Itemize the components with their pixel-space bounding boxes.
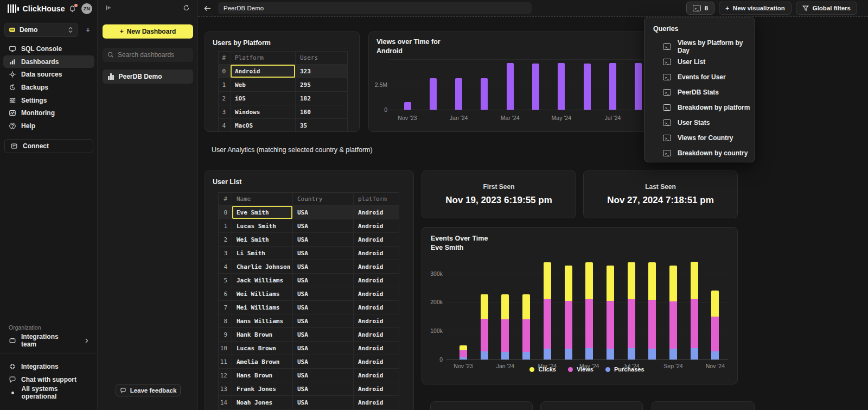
sidebar-item-settings[interactable]: Settings bbox=[3, 94, 94, 107]
table-cell[interactable]: USA bbox=[293, 328, 354, 341]
table-cell[interactable]: USA bbox=[293, 342, 354, 355]
sidebar-item-connect[interactable]: Connect bbox=[4, 139, 93, 153]
table-cell[interactable]: Android bbox=[354, 369, 399, 382]
table-cell[interactable]: Android bbox=[354, 260, 399, 273]
workspace-select[interactable]: Demo bbox=[4, 23, 78, 37]
clicks-bar-segment[interactable] bbox=[669, 266, 677, 301]
purchases-bar-segment[interactable] bbox=[607, 349, 614, 359]
query-item[interactable]: >_Views by Platform by Day bbox=[653, 39, 755, 54]
views-bar-segment[interactable] bbox=[607, 301, 614, 349]
purchases-bar-segment[interactable] bbox=[691, 348, 698, 359]
table-cell[interactable]: 11 bbox=[219, 355, 232, 368]
table-cell[interactable]: Noah Jones bbox=[232, 396, 293, 409]
table-cell[interactable]: 2 bbox=[219, 92, 231, 105]
table-row[interactable]: 2iOS182 bbox=[219, 92, 347, 105]
table-cell[interactable]: 160 bbox=[296, 105, 347, 118]
collapse-panel-icon[interactable] bbox=[105, 4, 112, 11]
table-row[interactable]: 0Eve SmithUSAAndroid bbox=[219, 206, 399, 219]
table-cell[interactable]: Android bbox=[354, 206, 399, 219]
search-dashboards-input[interactable]: Search dashboards bbox=[103, 48, 193, 62]
table-cell[interactable]: 2 bbox=[219, 233, 232, 246]
new-visualization-button[interactable]: + New visualization bbox=[719, 2, 792, 15]
table-cell[interactable]: Android bbox=[354, 314, 399, 327]
table-row[interactable]: 0Android323 bbox=[219, 65, 347, 78]
dashboard-list-item[interactable]: PeerDB Demo bbox=[103, 70, 193, 84]
sidebar-item-chat-support[interactable]: Chat with support bbox=[0, 373, 98, 386]
table-cell[interactable]: Hans Williams bbox=[232, 314, 293, 327]
views-bar-segment[interactable] bbox=[585, 299, 593, 348]
views-bar[interactable] bbox=[532, 64, 539, 110]
table-cell[interactable]: USA bbox=[293, 233, 354, 246]
query-item[interactable]: >_Breakdown by country bbox=[653, 146, 755, 161]
views-bar-segment[interactable] bbox=[459, 350, 467, 357]
sidebar-item-integrations[interactable]: Integrations bbox=[0, 360, 98, 373]
table-cell[interactable]: 10 bbox=[219, 342, 232, 355]
clicks-bar-segment[interactable] bbox=[544, 262, 551, 300]
views-bar[interactable] bbox=[635, 63, 642, 110]
views-bar-segment[interactable] bbox=[522, 319, 530, 352]
views-bar[interactable] bbox=[430, 78, 437, 110]
avatar[interactable]: ZN bbox=[81, 3, 92, 14]
table-cell[interactable]: 295 bbox=[296, 78, 347, 91]
table-row[interactable]: 13Frank JonesUSAAndroid bbox=[219, 382, 399, 396]
table-cell[interactable]: Android bbox=[354, 342, 399, 355]
purchases-bar-segment[interactable] bbox=[459, 357, 467, 359]
views-bar-segment[interactable] bbox=[628, 299, 635, 348]
clicks-bar-segment[interactable] bbox=[711, 291, 719, 317]
clicks-bar-segment[interactable] bbox=[648, 262, 656, 300]
table-row[interactable]: 6Wei WilliamsUSAAndroid bbox=[219, 287, 399, 301]
table-cell[interactable]: Android bbox=[354, 328, 399, 341]
table-cell[interactable]: USA bbox=[293, 274, 354, 287]
table-cell[interactable]: 4 bbox=[219, 260, 232, 273]
table-cell[interactable]: Android bbox=[354, 287, 399, 300]
table-cell[interactable]: 3 bbox=[219, 105, 231, 118]
table-cell[interactable]: Lucas Smith bbox=[232, 219, 293, 232]
table-row[interactable]: 1Lucas SmithUSAAndroid bbox=[219, 219, 399, 233]
sidebar-item-system-status[interactable]: All systems operational bbox=[0, 386, 98, 399]
query-item[interactable]: >_PeerDB Stats bbox=[653, 85, 755, 100]
sidebar-item-dashboards[interactable]: Dashboards bbox=[3, 55, 94, 68]
table-cell[interactable]: USA bbox=[293, 301, 354, 314]
table-row[interactable]: 4Charlie JohnsonUSAAndroid bbox=[219, 260, 399, 274]
table-cell[interactable]: 0 bbox=[219, 206, 232, 219]
clicks-bar-segment[interactable] bbox=[585, 262, 593, 300]
table-cell[interactable]: USA bbox=[293, 382, 354, 395]
table-cell[interactable]: Android bbox=[354, 396, 399, 409]
table-cell[interactable]: Jack Williams bbox=[232, 274, 293, 287]
table-row[interactable]: 9Hank BrownUSAAndroid bbox=[219, 328, 399, 342]
new-dashboard-button[interactable]: + New Dashboard bbox=[103, 24, 193, 39]
sidebar-item-backups[interactable]: Backups bbox=[3, 81, 94, 94]
table-cell[interactable]: 1 bbox=[219, 78, 231, 91]
table-row[interactable]: 4MacOS35 bbox=[219, 119, 347, 132]
table-cell[interactable]: USA bbox=[293, 219, 354, 232]
views-bar[interactable] bbox=[584, 64, 591, 110]
clicks-bar-segment[interactable] bbox=[501, 294, 509, 319]
purchases-bar-segment[interactable] bbox=[544, 349, 551, 359]
table-cell[interactable]: 7 bbox=[219, 301, 232, 314]
table-cell[interactable]: MacOS bbox=[231, 119, 296, 132]
views-bar-segment[interactable] bbox=[565, 301, 572, 349]
views-bar-segment[interactable] bbox=[648, 300, 656, 349]
sidebar-item-sql-console[interactable]: SQL Console bbox=[3, 42, 94, 55]
table-cell[interactable]: USA bbox=[293, 314, 354, 327]
table-row[interactable]: 3Windows160 bbox=[219, 105, 347, 119]
table-row[interactable]: 12Hans BrownUSAAndroid bbox=[219, 369, 399, 382]
clicks-bar-segment[interactable] bbox=[459, 345, 467, 351]
views-bar-segment[interactable] bbox=[669, 301, 677, 349]
table-cell[interactable]: 0 bbox=[219, 65, 231, 78]
purchases-bar-segment[interactable] bbox=[585, 348, 593, 359]
table-cell[interactable]: Hans Brown bbox=[232, 369, 293, 382]
query-item[interactable]: >_Events for User bbox=[653, 70, 755, 85]
table-cell[interactable]: Lucas Brown bbox=[232, 342, 293, 355]
views-bar[interactable] bbox=[455, 78, 462, 110]
purchases-bar-segment[interactable] bbox=[565, 349, 572, 359]
table-cell[interactable]: Frank Jones bbox=[232, 382, 293, 395]
table-cell[interactable]: USA bbox=[293, 396, 354, 409]
table-cell[interactable]: Windows bbox=[231, 105, 296, 118]
table-row[interactable]: 8Hans WilliamsUSAAndroid bbox=[219, 314, 399, 328]
table-cell[interactable]: 323 bbox=[296, 65, 347, 78]
table-cell[interactable]: USA bbox=[293, 206, 354, 219]
table-cell[interactable]: Android bbox=[354, 355, 399, 368]
query-item[interactable]: >_User List bbox=[653, 54, 755, 70]
table-cell[interactable]: iOS bbox=[231, 92, 296, 105]
